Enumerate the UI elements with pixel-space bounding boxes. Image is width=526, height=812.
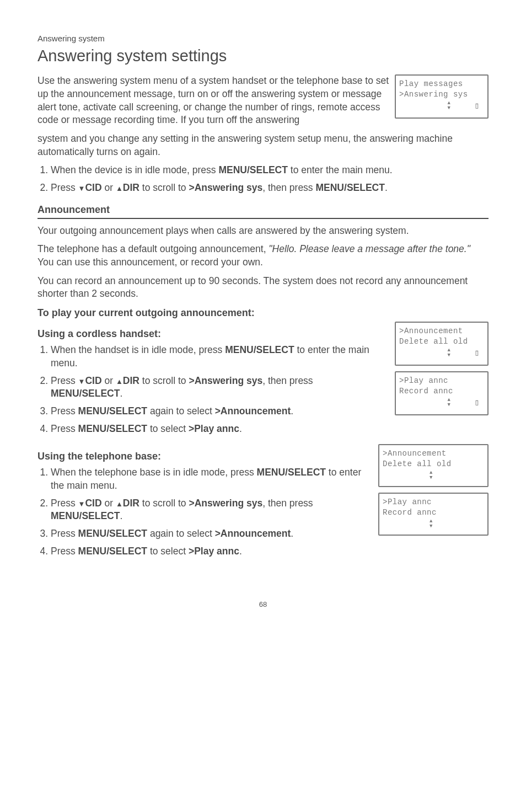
text: MENU xyxy=(78,423,107,434)
main-steps-list: When the device is in idle mode, press M… xyxy=(37,164,489,194)
lcd-line: >Answering sys xyxy=(399,89,484,100)
battery-icon xyxy=(474,101,480,112)
text: >Play annc xyxy=(189,423,239,434)
text: to scroll to xyxy=(139,182,189,193)
lcd-line: >Announcement xyxy=(399,326,484,336)
list-item: When the telephone base is in idle mode,… xyxy=(51,466,371,492)
text: CID xyxy=(85,182,101,193)
text: CID xyxy=(85,498,101,509)
text: . xyxy=(120,388,122,399)
text: /SELECT xyxy=(106,528,147,539)
body-text: The telephone has a default outgoing ann… xyxy=(37,243,489,269)
text: Press xyxy=(51,498,78,509)
lcd-preview-announcement: >Announcement Delete all old xyxy=(395,322,489,366)
battery-icon xyxy=(474,348,480,359)
lcd-line: Delete all old xyxy=(383,459,484,469)
text: to enter the main menu. xyxy=(288,164,393,175)
text: When the telephone base is in idle mode,… xyxy=(51,467,257,478)
text: SELECT xyxy=(256,344,294,355)
list-item: Press CID or DIR to scroll to >Answering… xyxy=(51,497,371,523)
breadcrumb: Answering system xyxy=(37,33,489,44)
text: >Answering sys xyxy=(189,375,262,386)
intro-paragraph-2: system and you change any setting in the… xyxy=(37,132,489,158)
list-item: When the device is in idle mode, press M… xyxy=(51,164,489,177)
up-triangle-icon xyxy=(116,182,123,193)
text: , then press xyxy=(262,182,315,193)
text: MENU xyxy=(78,405,107,416)
text: or xyxy=(102,375,116,386)
text: or xyxy=(102,498,116,509)
list-item: Press CID or DIR to scroll to >Answering… xyxy=(51,181,489,195)
up-down-icon xyxy=(446,398,452,409)
sub-heading-base: Using the telephone base: xyxy=(37,450,371,463)
text: again to select xyxy=(147,405,215,416)
lcd-line: Record annc xyxy=(399,386,484,397)
text: >Play annc xyxy=(189,546,239,557)
text: MENU/ xyxy=(257,467,288,478)
text: to select xyxy=(147,423,189,434)
text: Press xyxy=(51,528,78,539)
text: CID xyxy=(85,375,101,386)
lcd-line: >Play annc xyxy=(399,376,484,386)
text: to scroll to xyxy=(139,498,189,509)
sub-heading-play: To play your current outgoing announceme… xyxy=(37,306,489,319)
text: Press xyxy=(51,182,78,193)
sub-heading-cordless: Using a cordless handset: xyxy=(37,327,387,340)
text: /SELECT xyxy=(79,510,120,521)
text: MENU xyxy=(78,546,107,557)
text: You can use this announcement, or record… xyxy=(37,257,263,268)
text: >Answering sys xyxy=(189,182,262,193)
lcd-line: >Announcement xyxy=(383,448,484,459)
quoted-text: "Hello. Please leave a message after the… xyxy=(269,243,470,254)
text: MENU/ xyxy=(225,344,256,355)
text: , then press xyxy=(262,498,313,509)
text: . xyxy=(239,546,242,557)
text: The telephone has a default outgoing ann… xyxy=(37,243,269,254)
text: MENU/ xyxy=(218,164,249,175)
lcd-line: Delete all old xyxy=(399,336,484,347)
up-triangle-icon xyxy=(116,498,123,509)
text: DIR xyxy=(123,375,139,386)
text: to select xyxy=(147,546,189,557)
page-number: 68 xyxy=(37,600,489,610)
intro-paragraph-1: Use the answering system menu of a syste… xyxy=(37,74,389,127)
section-heading-announcement: Announcement xyxy=(37,203,489,218)
text: MENU xyxy=(78,528,107,539)
up-down-icon xyxy=(428,519,434,529)
text: /SELECT xyxy=(344,182,385,193)
list-item: Press MENU/SELECT again to select >Annou… xyxy=(51,527,371,541)
lcd-preview-answering-sys: Play messages >Answering sys xyxy=(395,74,489,119)
body-text: You can record an announcement up to 90 … xyxy=(37,275,489,301)
text: , then press xyxy=(262,375,313,386)
text: >Announcement xyxy=(215,528,291,539)
text: again to select xyxy=(147,528,215,539)
down-triangle-icon xyxy=(78,182,85,193)
body-text: Your outgoing announcement plays when ca… xyxy=(37,225,489,238)
list-item: Press MENU/SELECT again to select >Annou… xyxy=(51,405,387,418)
text: MENU xyxy=(315,182,344,193)
lcd-preview-announcement-base: >Announcement Delete all old xyxy=(378,444,489,487)
lcd-line: Play messages xyxy=(399,79,484,89)
list-item: When the handset is in idle mode, press … xyxy=(51,344,387,370)
lcd-preview-play-annc-base: >Play annc Record annc xyxy=(378,493,489,536)
up-down-icon xyxy=(428,471,434,480)
up-triangle-icon xyxy=(116,375,123,386)
text: DIR xyxy=(123,182,139,193)
text: When the device is in idle mode, press xyxy=(51,164,218,175)
text: . xyxy=(120,510,122,521)
text: to scroll to xyxy=(139,375,189,386)
up-down-icon xyxy=(446,348,452,359)
text: Press xyxy=(51,546,78,557)
text: . xyxy=(291,405,293,416)
text: Press xyxy=(51,423,78,434)
text: . xyxy=(291,528,293,539)
text: or xyxy=(102,182,116,193)
text: . xyxy=(385,182,388,193)
page-title: Answering system settings xyxy=(37,45,489,67)
list-item: Press MENU/SELECT to select >Play annc. xyxy=(51,545,371,558)
list-item: Press MENU/SELECT to select >Play annc. xyxy=(51,423,387,436)
text: /SELECT xyxy=(106,405,147,416)
text: MENU xyxy=(51,388,79,399)
cordless-steps-list: When the handset is in idle mode, press … xyxy=(37,344,387,435)
up-down-icon xyxy=(446,101,452,112)
